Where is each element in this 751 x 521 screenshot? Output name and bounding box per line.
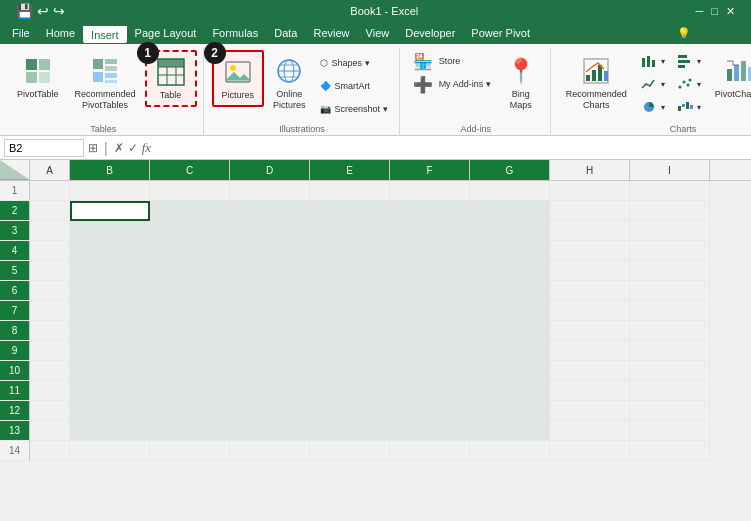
col-header-b[interactable]: B xyxy=(70,160,150,180)
cell-i10[interactable] xyxy=(630,361,710,381)
screenshot-button[interactable]: 📷 Screenshot ▾ xyxy=(315,98,393,120)
cell-f3[interactable] xyxy=(390,221,470,241)
cell-c10[interactable] xyxy=(150,361,230,381)
cell-c14[interactable] xyxy=(150,441,230,461)
cell-c9[interactable] xyxy=(150,341,230,361)
cell-g8[interactable] xyxy=(470,321,550,341)
cell-g10[interactable] xyxy=(470,361,550,381)
cell-e11[interactable] xyxy=(310,381,390,401)
cell-b10[interactable] xyxy=(70,361,150,381)
scatter-chart-button[interactable]: ▾ xyxy=(672,73,706,95)
cell-f4[interactable] xyxy=(390,241,470,261)
cell-h11[interactable] xyxy=(550,381,630,401)
cell-c7[interactable] xyxy=(150,301,230,321)
col-header-i[interactable]: I xyxy=(630,160,710,180)
cell-g14[interactable] xyxy=(470,441,550,461)
menu-page-layout[interactable]: Page Layout xyxy=(127,23,205,43)
cell-h7[interactable] xyxy=(550,301,630,321)
cell-d8[interactable] xyxy=(230,321,310,341)
cell-d5[interactable] xyxy=(230,261,310,281)
cell-i11[interactable] xyxy=(630,381,710,401)
pivot-chart-button[interactable]: PivotChart ▾ xyxy=(708,50,751,105)
cell-c12[interactable] xyxy=(150,401,230,421)
col-header-e[interactable]: E xyxy=(310,160,390,180)
cancel-formula-icon[interactable]: ✗ xyxy=(114,141,124,155)
quick-access-toolbar[interactable]: 💾 ↩ ↪ xyxy=(8,3,73,19)
row-header-1[interactable]: 1 xyxy=(0,181,30,201)
row-header-13[interactable]: 13 xyxy=(0,421,30,441)
cell-i5[interactable] xyxy=(630,261,710,281)
menu-file[interactable]: File xyxy=(4,23,38,43)
col-header-c[interactable]: C xyxy=(150,160,230,180)
cell-g6[interactable] xyxy=(470,281,550,301)
cell-b5[interactable] xyxy=(70,261,150,281)
row-header-6[interactable]: 6 xyxy=(0,281,30,301)
col-header-a[interactable]: A xyxy=(30,160,70,180)
menu-home[interactable]: Home xyxy=(38,23,83,43)
cell-i12[interactable] xyxy=(630,401,710,421)
cell-d7[interactable] xyxy=(230,301,310,321)
cell-c5[interactable] xyxy=(150,261,230,281)
cell-h14[interactable] xyxy=(550,441,630,461)
cell-f1[interactable] xyxy=(390,181,470,201)
row-header-10[interactable]: 10 xyxy=(0,361,30,381)
cell-c1[interactable] xyxy=(150,181,230,201)
cell-e9[interactable] xyxy=(310,341,390,361)
menu-view[interactable]: View xyxy=(358,23,398,43)
shapes-button[interactable]: ⬡ Shapes ▾ xyxy=(315,52,393,74)
cell-i3[interactable] xyxy=(630,221,710,241)
col-header-d[interactable]: D xyxy=(230,160,310,180)
cell-d6[interactable] xyxy=(230,281,310,301)
maximize-btn[interactable]: □ xyxy=(711,5,718,18)
bing-maps-button[interactable]: 📍 BingMaps xyxy=(498,50,544,116)
cell-f2[interactable] xyxy=(390,201,470,221)
row-header-5[interactable]: 5 xyxy=(0,261,30,281)
cell-e1[interactable] xyxy=(310,181,390,201)
menu-data[interactable]: Data xyxy=(266,23,305,43)
cell-i7[interactable] xyxy=(630,301,710,321)
cell-d13[interactable] xyxy=(230,421,310,441)
menu-review[interactable]: Review xyxy=(305,23,357,43)
menu-formulas[interactable]: Formulas xyxy=(204,23,266,43)
cell-e4[interactable] xyxy=(310,241,390,261)
cell-d4[interactable] xyxy=(230,241,310,261)
cell-a1[interactable] xyxy=(30,181,70,201)
cell-b3[interactable] xyxy=(70,221,150,241)
cell-f10[interactable] xyxy=(390,361,470,381)
cell-b14[interactable] xyxy=(70,441,150,461)
cell-a14[interactable] xyxy=(30,441,70,461)
cell-a7[interactable] xyxy=(30,301,70,321)
row-header-11[interactable]: 11 xyxy=(0,381,30,401)
cell-b1[interactable] xyxy=(70,181,150,201)
column-chart-button[interactable]: ▾ xyxy=(636,50,670,72)
cell-i1[interactable] xyxy=(630,181,710,201)
row-header-8[interactable]: 8 xyxy=(0,321,30,341)
cell-h10[interactable] xyxy=(550,361,630,381)
cell-i6[interactable] xyxy=(630,281,710,301)
cell-e2[interactable] xyxy=(310,201,390,221)
close-btn[interactable]: ✕ xyxy=(726,5,735,18)
cell-g1[interactable] xyxy=(470,181,550,201)
cell-h12[interactable] xyxy=(550,401,630,421)
cell-f5[interactable] xyxy=(390,261,470,281)
cell-h2[interactable] xyxy=(550,201,630,221)
cell-e8[interactable] xyxy=(310,321,390,341)
online-pictures-button[interactable]: OnlinePictures xyxy=(266,50,313,116)
row-header-14[interactable]: 14 xyxy=(0,441,30,461)
pie-chart-button[interactable]: ▾ xyxy=(636,96,670,118)
cell-a4[interactable] xyxy=(30,241,70,261)
cell-g3[interactable] xyxy=(470,221,550,241)
cell-d1[interactable] xyxy=(230,181,310,201)
cell-b6[interactable] xyxy=(70,281,150,301)
bar-chart-button[interactable]: ▾ xyxy=(672,50,706,72)
col-header-g[interactable]: G xyxy=(470,160,550,180)
cell-g9[interactable] xyxy=(470,341,550,361)
store-button[interactable]: 🏪 Store xyxy=(408,50,496,72)
cell-f6[interactable] xyxy=(390,281,470,301)
cell-i9[interactable] xyxy=(630,341,710,361)
cell-f13[interactable] xyxy=(390,421,470,441)
cell-a5[interactable] xyxy=(30,261,70,281)
cell-e5[interactable] xyxy=(310,261,390,281)
row-header-4[interactable]: 4 xyxy=(0,241,30,261)
save-icon[interactable]: 💾 xyxy=(16,3,33,19)
